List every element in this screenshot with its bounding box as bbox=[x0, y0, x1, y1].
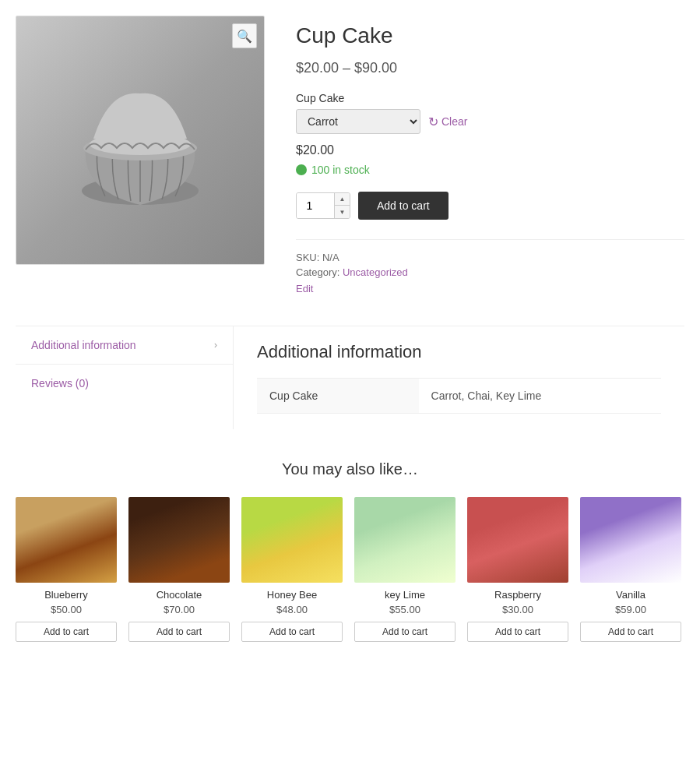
zoom-button[interactable]: 🔍 bbox=[232, 23, 257, 48]
product-card: Vanilla$59.00Add to cart bbox=[580, 497, 681, 642]
product-card-name: Honey Bee bbox=[241, 589, 343, 601]
stock-text: 100 in stock bbox=[311, 164, 370, 176]
selected-price: $20.00 bbox=[296, 143, 684, 157]
product-card-image bbox=[580, 497, 681, 583]
product-card-image bbox=[354, 497, 456, 583]
product-card-image bbox=[128, 497, 230, 583]
product-card: Chocolate$70.00Add to cart bbox=[128, 497, 230, 642]
refresh-icon: ↻ bbox=[428, 115, 438, 129]
product-card-image bbox=[467, 497, 568, 583]
card-add-to-cart-button[interactable]: Add to cart bbox=[16, 622, 117, 642]
meta-section: SKU: N/A Category: Uncategorized Edit bbox=[296, 239, 684, 294]
clear-button[interactable]: ↻ Clear bbox=[428, 115, 467, 129]
related-title: You may also like… bbox=[16, 460, 684, 478]
info-section: Additional information › Reviews (0) Add… bbox=[16, 326, 684, 429]
related-section: You may also like… Blueberry$50.00Add to… bbox=[16, 460, 684, 642]
clear-label: Clear bbox=[441, 115, 467, 128]
additional-info-title: Additional information bbox=[257, 342, 661, 362]
product-image-area: 🔍 bbox=[16, 16, 265, 294]
card-add-to-cart-button[interactable]: Add to cart bbox=[128, 622, 230, 642]
sidebar-item-additional-info[interactable]: Additional information › bbox=[16, 326, 233, 365]
product-title: Cup Cake bbox=[296, 23, 684, 48]
product-card-price: $48.00 bbox=[241, 604, 343, 615]
info-table: Cup Cake Carrot, Chai, Key Lime bbox=[257, 378, 661, 414]
category-row: Category: Uncategorized bbox=[296, 266, 684, 278]
variation-label: Cup Cake bbox=[296, 92, 684, 104]
variation-row: Carrot Chai Key Lime ↻ Clear bbox=[296, 109, 684, 134]
product-details: Cup Cake $20.00 – $90.00 Cup Cake Carrot… bbox=[296, 16, 684, 294]
product-card-price: $50.00 bbox=[16, 604, 117, 615]
sidebar-item-reviews[interactable]: Reviews (0) bbox=[16, 365, 233, 402]
zoom-icon: 🔍 bbox=[237, 29, 252, 44]
info-table-value: Carrot, Chai, Key Lime bbox=[419, 379, 661, 414]
product-price: $20.00 – $90.00 bbox=[296, 60, 684, 76]
card-add-to-cart-button[interactable]: Add to cart bbox=[580, 622, 681, 642]
category-link[interactable]: Uncategorized bbox=[343, 266, 408, 278]
quantity-up[interactable]: ▲ bbox=[334, 193, 350, 206]
quantity-down[interactable]: ▼ bbox=[334, 206, 350, 218]
add-to-cart-button[interactable]: Add to cart bbox=[358, 192, 448, 220]
additional-info-content: Additional information Cup Cake Carrot, … bbox=[234, 326, 684, 429]
product-card-name: Vanilla bbox=[580, 589, 681, 601]
product-card: Honey Bee$48.00Add to cart bbox=[241, 497, 343, 642]
info-table-key: Cup Cake bbox=[257, 379, 419, 414]
product-card: Blueberry$50.00Add to cart bbox=[16, 497, 117, 642]
stock-icon bbox=[296, 164, 307, 175]
product-card-image bbox=[16, 497, 117, 583]
info-table-row: Cup Cake Carrot, Chai, Key Lime bbox=[257, 379, 661, 414]
product-card-price: $70.00 bbox=[128, 604, 230, 615]
stock-indicator: 100 in stock bbox=[296, 164, 684, 176]
product-card-price: $30.00 bbox=[467, 604, 568, 615]
product-card-image bbox=[241, 497, 343, 583]
product-section: 🔍 Cup Cake $20.00 – $90.00 Cup Cake Carr… bbox=[16, 16, 684, 294]
product-card-name: Chocolate bbox=[128, 589, 230, 601]
qty-cart-row: ▲ ▼ Add to cart bbox=[296, 192, 684, 220]
edit-link[interactable]: Edit bbox=[296, 283, 684, 294]
sku-row: SKU: N/A bbox=[296, 252, 684, 263]
product-image bbox=[16, 16, 265, 265]
sku-value: N/A bbox=[322, 252, 339, 263]
product-card-name: key Lime bbox=[354, 589, 456, 601]
card-add-to-cart-button[interactable]: Add to cart bbox=[354, 622, 456, 642]
product-card: key Lime$55.00Add to cart bbox=[354, 497, 456, 642]
product-card-name: Blueberry bbox=[16, 589, 117, 601]
product-card-price: $59.00 bbox=[580, 604, 681, 615]
related-grid: Blueberry$50.00Add to cartChocolate$70.0… bbox=[16, 497, 684, 642]
card-add-to-cart-button[interactable]: Add to cart bbox=[467, 622, 568, 642]
card-add-to-cart-button[interactable]: Add to cart bbox=[241, 622, 343, 642]
variation-select[interactable]: Carrot Chai Key Lime bbox=[296, 109, 420, 134]
sidebar-item-label: Additional information bbox=[31, 339, 136, 351]
product-card-name: Raspberry bbox=[467, 589, 568, 601]
sidebar-arrow-icon: › bbox=[214, 340, 217, 351]
product-card-price: $55.00 bbox=[354, 604, 456, 615]
quantity-input[interactable] bbox=[297, 193, 334, 218]
reviews-label: Reviews (0) bbox=[31, 377, 89, 390]
sidebar: Additional information › Reviews (0) bbox=[16, 326, 234, 429]
quantity-wrapper: ▲ ▼ bbox=[296, 192, 350, 219]
product-card: Raspberry$30.00Add to cart bbox=[467, 497, 568, 642]
quantity-arrows: ▲ ▼ bbox=[334, 193, 350, 218]
